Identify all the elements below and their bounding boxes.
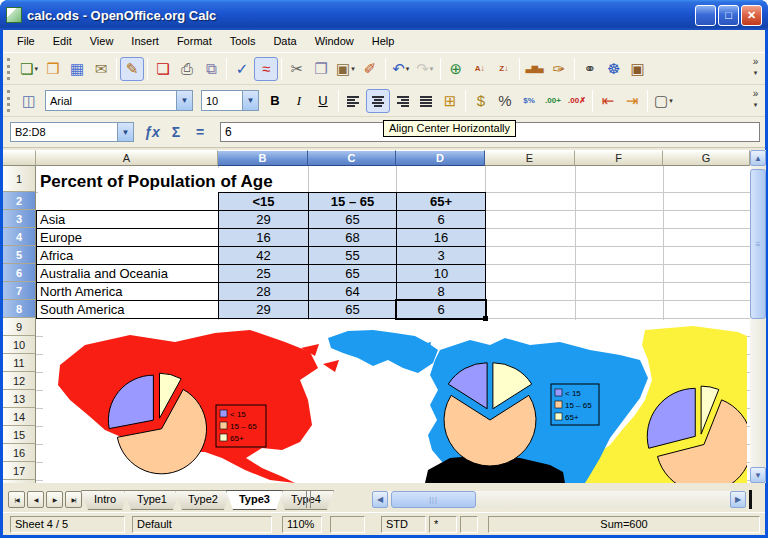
map-pie-chart-object[interactable]: < 1515 – 6565+< 1515 – 6565+: [43, 320, 747, 483]
cell-D6[interactable]: 10: [396, 264, 486, 283]
active-cell-D8[interactable]: [395, 299, 487, 320]
open-document-button[interactable]: ❒: [41, 57, 65, 81]
toolbar-overflow-icon[interactable]: »▾: [749, 88, 762, 110]
row-header-1[interactable]: 1: [3, 166, 36, 192]
auto-spellcheck-button[interactable]: ≈: [254, 57, 278, 81]
row-header-7[interactable]: 7: [3, 282, 36, 300]
chevron-down-icon[interactable]: ▼: [176, 91, 192, 110]
status-selection-mode[interactable]: STD: [381, 516, 426, 533]
cell-A6[interactable]: Australia and Oceania: [36, 264, 219, 283]
status-page-style[interactable]: Default: [132, 516, 272, 533]
sum-button[interactable]: Σ: [164, 121, 188, 143]
copy-button[interactable]: ❐: [309, 57, 333, 81]
row-header-2[interactable]: 2: [3, 192, 36, 210]
status-modified-flag[interactable]: *: [429, 516, 457, 533]
window-split-handle[interactable]: [749, 490, 752, 509]
cell-C6[interactable]: 65: [308, 264, 397, 283]
add-decimal-button[interactable]: .00+: [541, 89, 565, 113]
row-header-5[interactable]: 5: [3, 246, 36, 264]
status-insert-mode[interactable]: [330, 516, 365, 533]
decrease-indent-button[interactable]: ⇤: [596, 89, 620, 113]
row-header-11[interactable]: 11: [3, 354, 36, 372]
cell-C7[interactable]: 64: [308, 282, 397, 301]
column-header-B[interactable]: B: [218, 150, 308, 166]
row-header-10[interactable]: 10: [3, 336, 36, 354]
paste-button[interactable]: ▣▾: [333, 57, 358, 81]
cell-C3[interactable]: 65: [308, 210, 397, 229]
scroll-up-button[interactable]: ▲: [750, 150, 766, 166]
cell-A8[interactable]: South America: [36, 300, 219, 319]
insert-chart-button[interactable]: ▃▆▄: [523, 57, 547, 81]
status-zoom-level[interactable]: 110%: [282, 516, 322, 533]
title-bar[interactable]: calc.ods - OpenOffice.org Calc _ □ ✕: [0, 0, 768, 30]
currency-format-button[interactable]: $: [469, 89, 493, 113]
row-header-8[interactable]: 8: [3, 300, 36, 318]
cell-B6[interactable]: 25: [218, 264, 309, 283]
column-header-F[interactable]: F: [575, 150, 663, 166]
cell-C5[interactable]: 55: [308, 246, 397, 265]
row-header-6[interactable]: 6: [3, 264, 36, 282]
row-header-15[interactable]: 15: [3, 426, 36, 444]
sheet-tab-type2[interactable]: Type2: [175, 490, 231, 510]
minimize-button[interactable]: _: [695, 5, 716, 26]
row-header-3[interactable]: 3: [3, 210, 36, 228]
status-signature[interactable]: [460, 516, 478, 533]
print-button[interactable]: ⎙: [175, 57, 199, 81]
spellcheck-button[interactable]: ✓: [230, 57, 254, 81]
scroll-down-button[interactable]: ▼: [750, 467, 766, 483]
cell-B3[interactable]: 29: [218, 210, 309, 229]
chevron-down-icon[interactable]: ▼: [242, 91, 258, 110]
styles-window-button[interactable]: ◫: [17, 89, 41, 113]
menu-help[interactable]: Help: [363, 32, 404, 50]
sheet-tab-intro[interactable]: Intro: [81, 490, 129, 510]
name-box[interactable]: B2:D8 ▼: [10, 122, 134, 142]
underline-button[interactable]: U: [311, 89, 335, 113]
increase-indent-button[interactable]: ⇥: [620, 89, 644, 113]
column-header-C[interactable]: C: [308, 150, 396, 166]
cell-C2[interactable]: 15 – 65: [308, 192, 397, 211]
maximize-button[interactable]: □: [718, 5, 739, 26]
export-pdf-button[interactable]: ❏: [151, 57, 175, 81]
edit-file-button[interactable]: ✎: [120, 57, 144, 81]
cell-D3[interactable]: 6: [396, 210, 486, 229]
cell-A1[interactable]: Percent of Population of Age: [38, 168, 283, 193]
save-button[interactable]: ▦: [65, 57, 89, 81]
row-header-12[interactable]: 12: [3, 372, 36, 390]
cell-D2[interactable]: 65+: [396, 192, 486, 211]
borders-button[interactable]: ▢▾: [651, 89, 676, 113]
align-left-button[interactable]: [342, 89, 366, 113]
find-replace-button[interactable]: ⚭: [578, 57, 602, 81]
menu-insert[interactable]: Insert: [122, 32, 168, 50]
status-sheet-position[interactable]: Sheet 4 / 5: [10, 516, 125, 533]
column-header-E[interactable]: E: [485, 150, 575, 166]
cell-B5[interactable]: 42: [218, 246, 309, 265]
scroll-right-button[interactable]: ▶: [730, 491, 746, 508]
first-sheet-button[interactable]: |◀: [8, 491, 25, 508]
row-header-13[interactable]: 13: [3, 390, 36, 408]
fill-handle[interactable]: [483, 316, 488, 321]
chevron-down-icon[interactable]: ▼: [117, 123, 133, 141]
sheet-tab-type1[interactable]: Type1: [124, 490, 180, 510]
menu-view[interactable]: View: [81, 32, 123, 50]
next-sheet-button[interactable]: ▶: [46, 491, 63, 508]
row-header-14[interactable]: 14: [3, 408, 36, 426]
menu-edit[interactable]: Edit: [44, 32, 81, 50]
cell-B4[interactable]: 16: [218, 228, 309, 247]
cell-B8[interactable]: 29: [218, 300, 309, 319]
cell-grid[interactable]: Percent of Population of Age<1515 – 6565…: [36, 166, 750, 483]
hyperlink-button[interactable]: ⊕: [444, 57, 468, 81]
sort-descending-button[interactable]: Z↓: [492, 57, 516, 81]
vertical-scroll-thumb[interactable]: ≡: [750, 169, 766, 319]
email-document-button[interactable]: ✉: [89, 57, 113, 81]
delete-decimal-button[interactable]: .00✗: [565, 89, 589, 113]
bold-button[interactable]: B: [263, 89, 287, 113]
menu-data[interactable]: Data: [264, 32, 305, 50]
horizontal-scroll-thumb[interactable]: |||: [391, 491, 476, 508]
merge-cells-button[interactable]: ⊞: [438, 89, 462, 113]
font-name-combo[interactable]: Arial▼: [45, 90, 193, 111]
column-header-A[interactable]: A: [36, 150, 218, 166]
toolbar-grip[interactable]: [7, 58, 13, 80]
cut-button[interactable]: ✂: [285, 57, 309, 81]
row-header-9[interactable]: 9: [3, 318, 36, 336]
status-sum[interactable]: Sum=600: [488, 516, 760, 533]
